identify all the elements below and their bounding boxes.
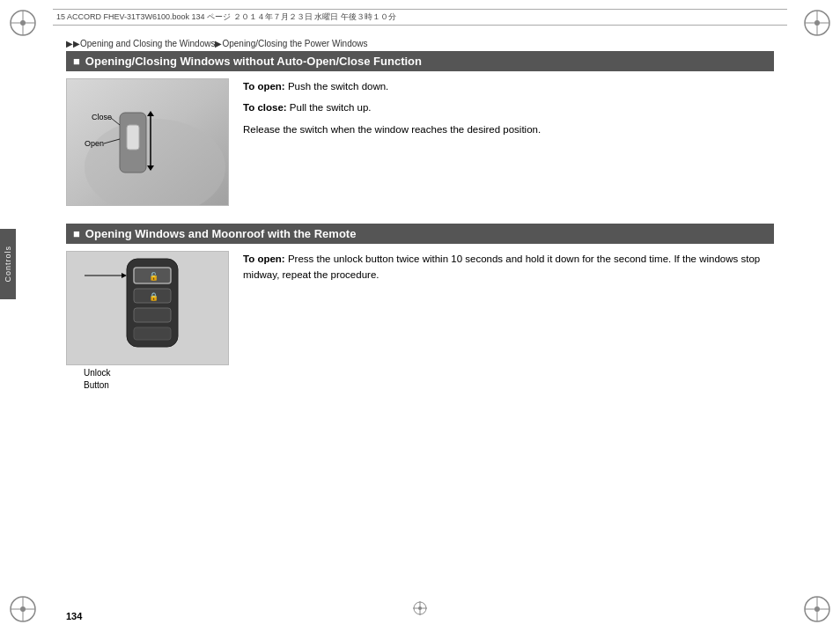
corner-decoration-tr	[801, 7, 833, 39]
section1-instruction-open: To open: Push the switch down.	[243, 78, 774, 94]
remote-key-fob-diagram: 🔓 🔒	[66, 251, 229, 365]
svg-rect-20	[127, 125, 139, 150]
open-label: To open:	[243, 81, 285, 92]
svg-rect-34	[134, 308, 171, 322]
section2-header: Opening Windows and Moonroof with the Re…	[66, 224, 774, 244]
section2-body: 🔓 🔒 Unlo	[66, 251, 774, 365]
section1-instruction-close: To close: Pull the switch up.	[243, 99, 774, 115]
side-tab-label: Controls	[4, 246, 12, 283]
svg-rect-35	[134, 327, 171, 340]
svg-text:Close: Close	[92, 113, 112, 121]
section2-instruction-open: To open: Press the unlock button twice w…	[243, 251, 774, 283]
svg-point-15	[814, 606, 820, 612]
section1-note: Release the switch when the window reach…	[243, 121, 774, 137]
top-metadata-bar: 15 ACCORD FHEV-31T3W6100.book 134 ページ ２０…	[53, 9, 787, 26]
window-switch-image: Close Open	[66, 78, 229, 206]
close-label: To close:	[243, 102, 287, 113]
svg-text:🔒: 🔒	[149, 291, 159, 302]
section-opening-closing-windows: Opening/Closing Windows without Auto-Ope…	[66, 51, 774, 206]
open-label-2: To open:	[243, 254, 285, 264]
crosshair-bottom-center	[411, 599, 429, 620]
section1-header: Opening/Closing Windows without Auto-Ope…	[66, 51, 774, 71]
svg-point-7	[814, 20, 820, 26]
remote-image-box: 🔓 🔒 Unlo	[66, 251, 229, 365]
file-info: 15 ACCORD FHEV-31T3W6100.book 134 ページ ２０…	[56, 11, 396, 23]
corner-decoration-bl	[7, 593, 39, 625]
main-content: Opening/Closing Windows without Auto-Ope…	[66, 51, 774, 597]
section2-text: To open: Press the unlock button twice w…	[243, 251, 774, 289]
corner-decoration-tl	[7, 7, 39, 39]
svg-point-11	[20, 606, 26, 612]
window-switch-diagram: Close Open	[66, 78, 229, 206]
section1-body: Close Open To open: Push the switch down…	[66, 78, 774, 206]
svg-text:Open: Open	[85, 139, 104, 148]
unlock-button-label: Unlock Button	[84, 367, 111, 392]
page-number: 134	[66, 611, 82, 621]
svg-point-41	[418, 606, 422, 610]
section1-text: To open: Push the switch down. To close:…	[243, 78, 774, 143]
svg-text:🔓: 🔓	[149, 271, 159, 282]
svg-point-3	[20, 20, 26, 26]
corner-decoration-br	[801, 593, 833, 625]
section-opening-windows-remote: Opening Windows and Moonroof with the Re…	[66, 224, 774, 365]
side-tab-controls: Controls	[0, 229, 16, 299]
